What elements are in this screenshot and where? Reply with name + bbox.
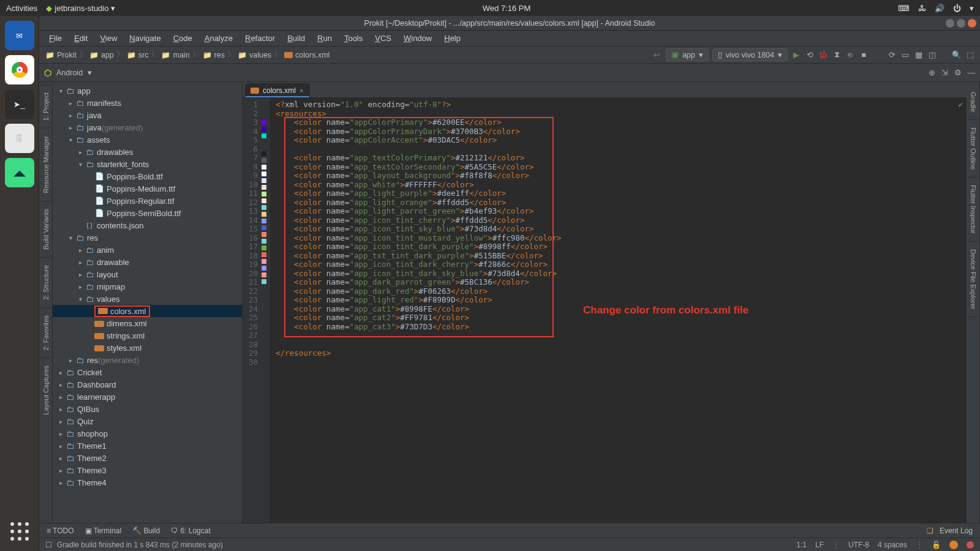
- expand-arrow-icon[interactable]: ▸: [66, 112, 75, 119]
- bottom-tab[interactable]: 🔨 Build: [132, 527, 160, 535]
- tree-node[interactable]: styles.xml: [53, 342, 242, 354]
- expand-arrow-icon[interactable]: ▸: [76, 283, 85, 290]
- dropdown-icon[interactable]: ▾: [88, 68, 92, 77]
- bottom-tab[interactable]: ≡ TODO: [47, 527, 74, 535]
- expand-arrow-icon[interactable]: ▸: [56, 394, 65, 400]
- breadcrumb-item[interactable]: main: [160, 51, 190, 59]
- error-indicator-icon[interactable]: [967, 541, 974, 549]
- chrome-icon[interactable]: [5, 55, 34, 84]
- menu-window[interactable]: Window: [399, 32, 437, 45]
- status-icon[interactable]: ☐: [45, 541, 52, 549]
- tool-tab-2-structure[interactable]: 2: Structure: [41, 257, 51, 307]
- expand-arrow-icon[interactable]: ▸: [76, 259, 85, 266]
- readonly-lock-icon[interactable]: 🔓: [932, 541, 941, 549]
- code-editor[interactable]: 1 2 3 4 5 6 7 8 9 10 11 12 13 14 15 16 1…: [243, 98, 967, 523]
- minimize-button[interactable]: [946, 19, 954, 28]
- expand-arrow-icon[interactable]: ▸: [56, 467, 65, 474]
- menu-tools[interactable]: Tools: [339, 32, 368, 45]
- run-icon[interactable]: ▶: [791, 50, 801, 60]
- activities-button[interactable]: Activities: [6, 4, 37, 13]
- expand-arrow-icon[interactable]: ▸: [56, 479, 65, 486]
- tree-node[interactable]: ▾res: [53, 231, 242, 244]
- warning-indicator-icon[interactable]: [949, 541, 958, 549]
- tree-node[interactable]: ▸Dashboard: [53, 378, 242, 391]
- menu-file[interactable]: File: [44, 32, 67, 45]
- debug-icon[interactable]: 🐞: [818, 50, 828, 60]
- apply-changes-icon[interactable]: ⟲: [805, 50, 815, 60]
- expand-arrow-icon[interactable]: ▾: [66, 234, 75, 241]
- menu-edit[interactable]: Edit: [69, 32, 92, 45]
- tree-node[interactable]: Poppins-Bold.ttf: [53, 170, 242, 182]
- search-everywhere-icon[interactable]: 🔍: [952, 50, 962, 60]
- tree-node[interactable]: ▾app: [53, 84, 242, 97]
- tool-tab-flutter-outline[interactable]: Flutter Outline: [968, 120, 978, 178]
- tool-tab-layout-captures[interactable]: Layout Captures: [41, 358, 51, 422]
- tree-node[interactable]: ▸shophop: [53, 427, 242, 440]
- expand-arrow-icon[interactable]: ▾: [56, 88, 65, 94]
- expand-arrow-icon[interactable]: ▸: [56, 406, 65, 413]
- tree-node[interactable]: contents.json: [53, 219, 242, 231]
- menu-help[interactable]: Help: [439, 32, 466, 45]
- settings-icon[interactable]: ⬚: [965, 50, 975, 60]
- tree-node[interactable]: colors.xml: [53, 305, 242, 317]
- project-tree[interactable]: ▾app▸manifests▸java▸java (generated)▾ass…: [53, 82, 243, 523]
- tool-tab-gradle[interactable]: Gradle: [968, 84, 978, 120]
- close-tab-icon[interactable]: ×: [300, 87, 303, 94]
- expand-arrow-icon[interactable]: ▸: [56, 418, 65, 425]
- menu-view[interactable]: View: [95, 32, 122, 45]
- hide-icon[interactable]: —: [968, 69, 976, 77]
- expand-arrow-icon[interactable]: ▸: [56, 430, 65, 437]
- tree-node[interactable]: ▸manifests: [53, 97, 242, 109]
- tree-node[interactable]: ▾values: [53, 293, 242, 305]
- expand-arrow-icon[interactable]: ▾: [76, 161, 85, 168]
- expand-arrow-icon[interactable]: ▸: [56, 443, 65, 449]
- tree-node[interactable]: ▸Quiz: [53, 415, 242, 427]
- files-icon[interactable]: 🗄: [5, 124, 34, 153]
- menu-refactor[interactable]: Refactor: [240, 32, 280, 45]
- back-icon[interactable]: ↩: [652, 50, 662, 60]
- tree-node[interactable]: ▸Theme2: [53, 452, 242, 464]
- target-icon[interactable]: ⊕: [929, 68, 935, 77]
- menu-analyze[interactable]: Analyze: [200, 32, 238, 45]
- run-config-module[interactable]: ▣ app ▾: [666, 48, 709, 61]
- expand-arrow-icon[interactable]: ▾: [66, 137, 75, 143]
- expand-arrow-icon[interactable]: ▸: [56, 455, 65, 462]
- tree-node[interactable]: ▾assets: [53, 133, 242, 146]
- tree-node[interactable]: ▸Cricket: [53, 366, 242, 378]
- tool-tab-1-project[interactable]: 1: Project: [41, 84, 51, 128]
- breadcrumb-item[interactable]: app: [88, 51, 115, 59]
- bottom-tab[interactable]: ▣ Terminal: [85, 527, 121, 535]
- menu-build[interactable]: Build: [282, 32, 310, 45]
- stop-icon[interactable]: ■: [859, 50, 869, 60]
- breadcrumb-item[interactable]: src: [126, 51, 150, 59]
- tool-tab-flutter-inspector[interactable]: Flutter Inspector: [968, 178, 978, 241]
- expand-arrow-icon[interactable]: ▸: [56, 369, 65, 376]
- gear-icon[interactable]: ⚙: [954, 68, 962, 77]
- tool-tab-device-file-explorer[interactable]: Device File Explorer: [968, 242, 978, 317]
- menu-code[interactable]: Code: [168, 32, 197, 45]
- menu-run[interactable]: Run: [312, 32, 337, 45]
- thunderbird-icon[interactable]: ✉: [5, 21, 34, 50]
- tree-node[interactable]: Poppins-Regular.ttf: [53, 195, 242, 207]
- run-config-device[interactable]: ▯ vivo vivo 1804 ▾: [712, 48, 788, 61]
- tree-node[interactable]: strings.xml: [53, 329, 242, 342]
- tree-node[interactable]: dimens.xml: [53, 317, 242, 329]
- tree-node[interactable]: ▸drawables: [53, 146, 242, 158]
- tree-node[interactable]: ▸drawable: [53, 256, 242, 268]
- breadcrumb-item[interactable]: values: [236, 51, 273, 59]
- tree-node[interactable]: ▸QIBus: [53, 403, 242, 415]
- caret-position[interactable]: 1:1: [796, 541, 807, 549]
- menu-down-icon[interactable]: ▾: [970, 4, 974, 13]
- bottom-tab[interactable]: 🗨 6: Logcat: [171, 527, 211, 535]
- expand-arrow-icon[interactable]: ▸: [66, 357, 75, 364]
- layout-inspector-icon[interactable]: ◫: [927, 50, 937, 60]
- collapse-all-icon[interactable]: ⇲: [941, 68, 948, 77]
- menu-navigate[interactable]: Navigate: [124, 32, 165, 45]
- sdk-manager-icon[interactable]: ▦: [914, 50, 924, 60]
- avd-manager-icon[interactable]: ▭: [900, 50, 910, 60]
- volume-icon[interactable]: 🔊: [935, 4, 944, 13]
- tree-node[interactable]: ▸java: [53, 109, 242, 121]
- maximize-button[interactable]: [957, 19, 965, 28]
- app-menu[interactable]: ◆ jetbrains-studio ▾: [46, 4, 115, 13]
- file-encoding[interactable]: UTF-8: [848, 541, 869, 549]
